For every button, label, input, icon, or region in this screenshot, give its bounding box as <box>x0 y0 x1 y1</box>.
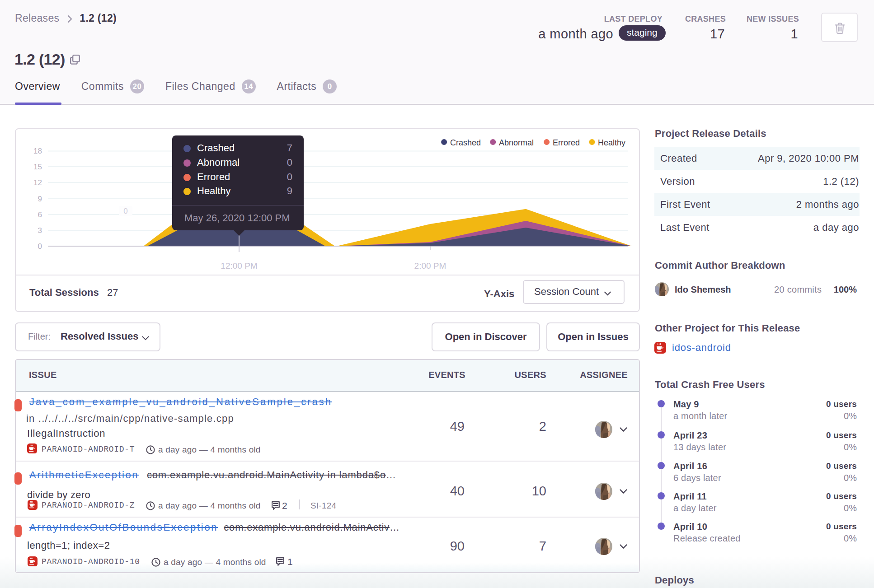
svg-text:3: 3 <box>38 226 42 235</box>
svg-text:Abnormal: Abnormal <box>499 138 534 147</box>
svg-text:Errored: Errored <box>553 138 580 147</box>
svg-text:Crashed: Crashed <box>450 138 481 147</box>
svg-text:12:00 PM: 12:00 PM <box>221 261 257 271</box>
svg-text:0: 0 <box>123 207 127 215</box>
svg-text:0: 0 <box>38 242 42 251</box>
svg-text:Healthy: Healthy <box>598 138 625 147</box>
svg-text:12: 12 <box>33 178 42 187</box>
svg-text:2:00 PM: 2:00 PM <box>414 261 446 271</box>
svg-text:18: 18 <box>33 147 42 155</box>
svg-text:6: 6 <box>38 210 42 219</box>
svg-text:9: 9 <box>38 195 42 203</box>
svg-text:15: 15 <box>33 163 42 171</box>
